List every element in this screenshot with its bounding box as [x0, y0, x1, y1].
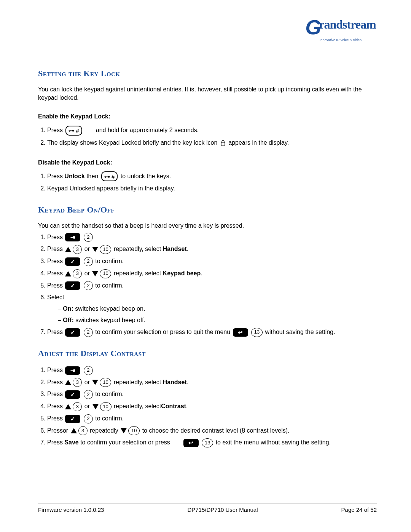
contrast-step-4: Press 3 or 10 repeatedly, selectContrast…: [47, 401, 377, 411]
disable-keypad-lock-title: Disable the Keypad Lock:: [38, 159, 377, 166]
contrast-step-6: Pressor 3 repeatedly 10 to choose the de…: [47, 426, 377, 436]
circled-10-icon: 10: [100, 245, 111, 254]
up-arrow-icon: [65, 271, 71, 276]
up-arrow-icon: [71, 428, 77, 433]
keypad-beep-list: Press ⇥ 2 Press 3 or 10 repeatedly, sele…: [38, 232, 377, 337]
key-hash-icon: ⊶ #: [101, 171, 118, 181]
option-on: – On: switches keypad beep on.: [58, 304, 377, 314]
disable-step-1: Press Unlock then ⊶ # to unlock the keys…: [47, 171, 377, 182]
circled-2-icon: 2: [84, 233, 93, 242]
check-button-icon: ✓: [65, 257, 80, 266]
check-button-icon: ✓: [65, 390, 80, 399]
down-arrow-icon: [121, 428, 127, 433]
circled-3-icon: 3: [73, 378, 82, 387]
contrast-list: Press ⇥ 2 Press 3 or 10 repeatedly, sele…: [38, 365, 377, 447]
circled-13-icon: 13: [251, 328, 263, 337]
contrast-step-3: Press ✓ 2 to confirm.: [47, 389, 377, 399]
circled-2-icon: 2: [84, 390, 93, 399]
beep-step-7: Press ✓ 2 to confirm your selection or p…: [47, 327, 377, 337]
circled-2-icon: 2: [84, 414, 93, 423]
beep-step-6: Select – On: switches keypad beep on. – …: [47, 292, 377, 325]
menu-button-icon: ⇥: [65, 233, 80, 241]
down-arrow-icon: [92, 404, 99, 409]
footer-page-number: Page 24 of 52: [341, 506, 377, 513]
circled-3-icon: 3: [78, 426, 88, 435]
disable-step-2: Keypad Unlocked appears briefly in the d…: [47, 184, 377, 193]
brand-logo: Grandstream Innovative IP Voice & Video: [304, 15, 377, 42]
down-arrow-icon: [92, 247, 98, 252]
menu-button-icon: ⇥: [65, 366, 80, 375]
beep-step-3: Press ✓ 2 to confirm.: [47, 256, 377, 266]
up-arrow-icon: [65, 404, 71, 409]
beep-step-1: Press ⇥ 2: [47, 232, 377, 242]
contrast-step-7: Press Save to confirm your selection or …: [47, 438, 377, 447]
circled-10-icon: 10: [100, 402, 112, 411]
svg-rect-0: [221, 143, 225, 146]
check-button-icon: ✓: [65, 328, 80, 337]
circled-10-icon: 10: [100, 269, 111, 278]
footer-manual-title: DP715/DP710 User Manual: [187, 506, 258, 513]
enable-keypad-list: Press ⊶ # and hold for approximately 2 s…: [38, 125, 377, 147]
circled-13-icon: 13: [202, 438, 213, 447]
enable-keypad-lock-title: Enable the Keypad Lock:: [38, 113, 377, 120]
keypad-beep-intro: You can set the handset so that a beep i…: [38, 222, 377, 230]
contrast-step-1: Press ⇥ 2: [47, 365, 377, 375]
page-footer: Firmware version 1.0.0.23 DP715/DP710 Us…: [38, 503, 377, 513]
check-button-icon: ✓: [65, 415, 80, 423]
section-adjust-contrast-title: Adjust the Display Contrast: [38, 348, 377, 358]
lock-icon: [220, 140, 226, 146]
down-arrow-icon: [92, 271, 98, 276]
circled-10-icon: 10: [128, 426, 140, 435]
circled-2-icon: 2: [84, 366, 93, 375]
back-button-icon: ↩: [183, 439, 199, 447]
circled-2-icon: 2: [84, 328, 93, 337]
beep-step-2: Press 3 or 10 repeatedly, select Handset…: [47, 244, 377, 254]
circled-3-icon: 3: [73, 245, 82, 254]
circled-2-icon: 2: [84, 257, 93, 266]
beep-step-4: Press 3 or 10 repeatedly, select Keypad …: [47, 268, 377, 278]
footer-firmware: Firmware version 1.0.0.23: [38, 506, 104, 513]
contrast-step-5: Press ✓ 2 to confirm.: [47, 414, 377, 423]
up-arrow-icon: [65, 247, 71, 252]
beep-step-5: Press ✓ 2 to confirm.: [47, 281, 377, 291]
check-button-icon: ✓: [65, 281, 80, 290]
logo-text: randstream: [319, 18, 376, 31]
enable-step-1: Press ⊶ # and hold for approximately 2 s…: [47, 125, 377, 136]
section-setting-key-lock-title: Setting the Key Lock: [38, 69, 377, 78]
circled-10-icon: 10: [100, 378, 111, 387]
key-hash-icon: ⊶ #: [65, 126, 82, 136]
key-lock-intro: You can lock the keypad against unintent…: [38, 85, 377, 102]
enable-step-2: The display shows Keypad Locked briefly …: [47, 138, 377, 148]
contrast-step-2: Press 3 or 10 repeatedly, select Handset…: [47, 377, 377, 387]
circled-3-icon: 3: [73, 402, 82, 411]
disable-keypad-list: Press Unlock then ⊶ # to unlock the keys…: [38, 171, 377, 193]
option-off: – Off: switches keypad beep off.: [58, 315, 377, 325]
back-button-icon: ↩: [233, 328, 248, 337]
circled-3-icon: 3: [73, 269, 82, 278]
section-keypad-beep-title: Keypad Beep On/Off: [38, 205, 377, 215]
circled-2-icon: 2: [84, 281, 93, 290]
up-arrow-icon: [65, 380, 71, 385]
down-arrow-icon: [92, 380, 98, 385]
